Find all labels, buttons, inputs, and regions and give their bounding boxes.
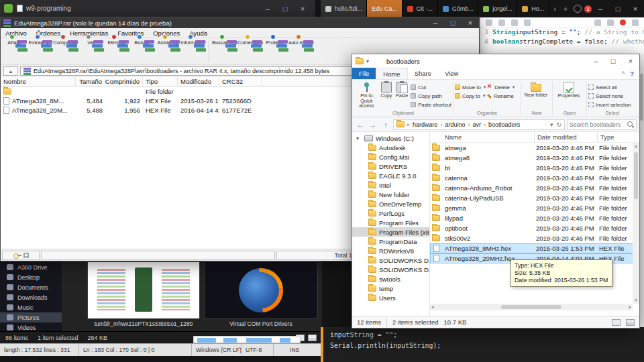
- column-crc32[interactable]: CRC32: [219, 77, 262, 86]
- add-button[interactable]: Añadir: [2, 40, 28, 46]
- firefox-installer-thumbnail[interactable]: [204, 261, 318, 319]
- tree-item[interactable]: Autodesk: [352, 143, 429, 152]
- details-view-toggle[interactable]: [612, 319, 621, 326]
- maximize-button[interactable]: □: [276, 0, 294, 17]
- new-folder-button[interactable]: New folder: [523, 82, 549, 98]
- list-icon[interactable]: [607, 19, 614, 26]
- close-button[interactable]: ×: [462, 17, 479, 28]
- paste-button[interactable]: Paste: [394, 82, 409, 99]
- move-to-button[interactable]: Move to▾: [455, 83, 486, 91]
- browser-tab[interactable]: jorgel...: [478, 0, 517, 17]
- sfx-button[interactable]: auto extraible: [288, 40, 314, 46]
- breadcrumb-hardware[interactable]: hardware: [412, 121, 439, 128]
- star-icon[interactable]: [524, 19, 531, 26]
- copy-path-button[interactable]: Copy path: [411, 92, 451, 100]
- file-row[interactable]: atmega82019-03-20 4:46 PMFile folder: [430, 153, 639, 163]
- sidebar-item-music[interactable]: Music: [0, 302, 62, 312]
- menu-archivo[interactable]: Archivo: [1, 29, 32, 37]
- tree-item[interactable]: Intel: [352, 180, 429, 190]
- minimize-button[interactable]: –: [592, 0, 609, 17]
- more-icon[interactable]: [632, 19, 639, 26]
- tab-share[interactable]: Share: [408, 68, 438, 79]
- tree-item-selected[interactable]: Program Files (x86: [352, 227, 429, 237]
- protect-button[interactable]: Proteger: [263, 40, 288, 46]
- horizontal-scrollbar[interactable]: ◂ ▸: [430, 304, 633, 310]
- properties-button[interactable]: Properties: [554, 82, 584, 99]
- menu-favoritos[interactable]: Favoritos: [113, 29, 148, 37]
- address-dropdown-icon[interactable]: ▾: [550, 121, 553, 128]
- close-button[interactable]: ×: [294, 0, 311, 17]
- rename-button[interactable]: Rename: [487, 92, 515, 100]
- tree-item[interactable]: RDWorksV8: [352, 246, 429, 255]
- sidebar-item-desktop[interactable]: Desktop: [0, 272, 62, 282]
- flag-icon[interactable]: [511, 19, 518, 26]
- column-comprimido[interactable]: Comprimido: [105, 77, 143, 86]
- breadcrumb-arduino[interactable]: arduino: [445, 121, 466, 128]
- sidebar-item-pictures[interactable]: Pictures: [0, 312, 62, 322]
- forward-button[interactable]: →: [368, 119, 378, 130]
- file-row[interactable]: gemma2019-03-20 4:46 PMFile folder: [430, 203, 639, 213]
- select-none-button[interactable]: Select none: [588, 92, 631, 100]
- browser-tab[interactable]: Git -...: [402, 0, 438, 17]
- document-tab-title[interactable]: w9-programing: [26, 5, 71, 12]
- grid-icon[interactable]: [486, 19, 492, 26]
- comment-button[interactable]: Comentario: [237, 40, 263, 46]
- delete-button[interactable]: Delete▾: [487, 83, 515, 91]
- eol-format[interactable]: Windows (CR LF): [192, 344, 241, 356]
- collapse-ribbon-button[interactable]: ^: [622, 70, 625, 77]
- column-name[interactable]: Name: [430, 132, 535, 142]
- tree-item[interactable]: New folder: [352, 190, 429, 199]
- back-button[interactable]: ←: [355, 119, 366, 130]
- thumbnail-view-toggle[interactable]: [308, 335, 317, 341]
- paste-shortcut-button[interactable]: Paste shortcut: [411, 101, 451, 109]
- vertical-scrollbar[interactable]: ▴ ▾: [633, 143, 639, 304]
- browser-tab[interactable]: Gómb...: [438, 0, 479, 17]
- info-button[interactable]: Información: [180, 40, 206, 46]
- view-button[interactable]: Ver: [78, 40, 104, 46]
- tree-item[interactable]: ProgramData: [352, 237, 429, 246]
- tree-item[interactable]: SOLIDWORKS Data: [352, 265, 429, 274]
- tab-file[interactable]: File: [352, 68, 376, 79]
- close-button[interactable]: ×: [627, 0, 644, 17]
- tree-item[interactable]: EAGLE 9.3.0: [352, 171, 429, 180]
- new-tab-button[interactable]: +: [560, 5, 571, 13]
- expand-icon[interactable]: ▾: [356, 135, 362, 141]
- tab-view[interactable]: View: [438, 68, 465, 79]
- heart-icon[interactable]: [498, 19, 505, 26]
- up-button[interactable]: ↑: [380, 119, 391, 130]
- tree-item[interactable]: DRIVERS: [352, 162, 429, 171]
- refresh-icon[interactable]: ↻: [556, 121, 561, 128]
- file-row[interactable]: lilypad2019-03-20 4:46 PMFile folder: [430, 213, 639, 223]
- extract-to-button[interactable]: Extraer en: [28, 40, 53, 46]
- tree-item[interactable]: Config.Msi: [352, 152, 429, 162]
- maximize-button[interactable]: □: [609, 0, 627, 17]
- search-input[interactable]: [570, 121, 627, 128]
- minimize-button[interactable]: –: [427, 17, 444, 28]
- test-button[interactable]: Comprobar: [53, 40, 78, 46]
- tree-item[interactable]: swtools: [352, 274, 429, 284]
- up-level-button[interactable]: ▴: [3, 66, 18, 76]
- file-row[interactable]: caterina-Arduino_Robot2019-03-20 4:46 PM…: [430, 183, 639, 193]
- file-row[interactable]: stk500v22019-03-20 4:46 PMFile folder: [430, 233, 639, 243]
- breadcrumb-avr[interactable]: avr: [472, 121, 482, 128]
- column-type[interactable]: Type: [598, 132, 635, 142]
- tree-item[interactable]: Users: [352, 293, 429, 302]
- file-row-selected[interactable]: ATmega328_8MHz.hex2015-03-26 1:53 PMHEX …: [430, 243, 639, 253]
- pin-to-quick-access-button[interactable]: Pin to Quick access: [355, 82, 378, 109]
- circuit-diagram-thumbnail[interactable]: [87, 261, 200, 319]
- file-row[interactable]: optiboot2019-03-20 4:46 PMFile folder: [430, 223, 639, 233]
- column-tipo[interactable]: Tipo: [143, 77, 178, 86]
- cut-button[interactable]: Cut: [411, 83, 451, 91]
- browser-tab-active[interactable]: Edu Ca...: [367, 0, 402, 17]
- sidebar-item-a360-drive[interactable]: A360 Drive: [0, 262, 62, 272]
- column-tamano[interactable]: Tamaño: [76, 77, 105, 86]
- file-row[interactable]: bt2019-03-20 4:46 PMFile folder: [430, 163, 639, 173]
- maximize-button[interactable]: □: [604, 54, 622, 68]
- invert-selection-button[interactable]: Invert selection: [588, 101, 631, 109]
- delete-button[interactable]: Eliminar: [104, 40, 129, 46]
- browser-tab[interactable]: hello.ftdi...: [321, 0, 367, 17]
- minimize-button[interactable]: –: [259, 0, 276, 17]
- tab-overflow-chevron[interactable]: ›: [549, 5, 560, 13]
- tree-item[interactable]: PerfLogs: [352, 208, 429, 218]
- minimize-button[interactable]: –: [587, 54, 604, 68]
